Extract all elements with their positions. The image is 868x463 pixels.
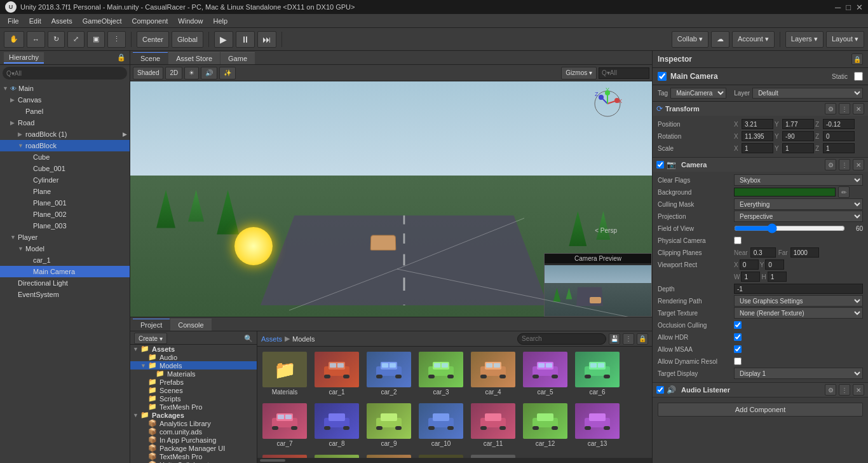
menu-help[interactable]: Help [208, 16, 233, 26]
ptree-pkgmgr[interactable]: 📦 Package Manager UI [130, 444, 257, 452]
asset-car9[interactable]: car_9 [364, 401, 414, 450]
hier-item-cylinder[interactable]: Cylinder [0, 174, 130, 186]
asset-car7[interactable]: car_7 [260, 401, 309, 450]
component-camera-header[interactable]: 📷 Camera ⚙ ⋮ ✕ [653, 158, 868, 172]
component-audiolistener-header[interactable]: 🔊 Audio Listener ⚙ ⋮ ✕ [653, 383, 868, 397]
targettexture-dropdown[interactable]: None (Render Texture) [734, 307, 863, 319]
tab-assetstore[interactable]: Asset Store [168, 52, 220, 64]
inspector-lock-btn[interactable]: 🔒 [851, 53, 863, 65]
asset-car6[interactable]: car_6 [573, 349, 622, 398]
hierarchy-search-input[interactable] [6, 70, 123, 77]
2d-btn[interactable]: 2D [165, 67, 182, 79]
tool-rect[interactable]: ▣ [87, 31, 105, 48]
position-y-input[interactable] [782, 119, 814, 129]
breadcrumb-assets[interactable]: Assets [261, 335, 282, 343]
renderingpath-dropdown[interactable]: Use Graphics Settings [734, 295, 863, 307]
center-btn[interactable]: Center [137, 31, 169, 48]
shading-dropdown[interactable]: Shaded [133, 67, 163, 79]
effects-btn[interactable]: ✨ [219, 67, 236, 79]
position-x-input[interactable] [742, 119, 773, 129]
ptree-textmesh[interactable]: 📁 TextMesh Pro [130, 403, 257, 411]
hier-item-dirlight[interactable]: Directional Light [0, 277, 130, 289]
collab-btn[interactable]: Collab ▾ [672, 31, 709, 48]
tag-dropdown[interactable]: MainCamera [670, 88, 726, 99]
assets-options-btn[interactable]: ⋮ [623, 333, 634, 345]
global-btn[interactable]: Global [172, 31, 203, 48]
assets-save-btn[interactable]: 💾 [609, 333, 620, 345]
cloud-btn[interactable]: ☁ [711, 31, 729, 48]
clearflags-dropdown[interactable]: Skybox [734, 174, 863, 186]
play-btn[interactable]: ▶ [214, 31, 233, 48]
background-picker-btn[interactable]: ✏ [838, 186, 850, 198]
far-input[interactable] [790, 247, 819, 258]
account-btn[interactable]: Account ▾ [732, 31, 775, 48]
menu-file[interactable]: File [3, 16, 24, 26]
ptree-inapp[interactable]: 📦 In App Purchasing [130, 436, 257, 444]
allowmsaa-checkbox[interactable] [734, 345, 742, 353]
hier-item-roadblock[interactable]: ▼ roadBlock [0, 140, 130, 151]
menu-gameobject[interactable]: GameObject [78, 16, 127, 26]
scale-y-input[interactable] [782, 143, 814, 153]
hierarchy-lock-icon[interactable]: 🔒 [117, 53, 126, 62]
vr-h-input[interactable] [768, 272, 787, 282]
hier-item-panel[interactable]: Panel [0, 106, 130, 117]
hier-item-cube[interactable]: Cube [0, 151, 130, 163]
audiolistener-enabled-checkbox[interactable] [656, 386, 664, 394]
menu-component[interactable]: Component [126, 16, 173, 26]
layout-btn[interactable]: Layout ▾ [826, 31, 864, 48]
asset-car8[interactable]: car_8 [312, 401, 362, 450]
camera-close-btn[interactable]: ✕ [853, 159, 864, 170]
hier-item-road[interactable]: ▶ Road [0, 117, 130, 128]
hier-item-model[interactable]: ▼ Model [0, 243, 130, 254]
tool-scale[interactable]: ⤢ [67, 31, 85, 48]
dynamicresol-checkbox[interactable] [734, 357, 742, 365]
hier-item-plane003[interactable]: Plane_003 [0, 220, 130, 232]
ptree-assets[interactable]: ▼ 📁 Assets [130, 345, 257, 353]
occlusionculling-checkbox[interactable] [734, 321, 742, 329]
near-input[interactable] [750, 247, 776, 258]
asset-materials[interactable]: 📁 Materials [260, 349, 309, 398]
transform-menu-btn[interactable]: ⋮ [839, 103, 850, 114]
pause-btn[interactable]: ⏸ [236, 31, 255, 48]
asset-car16[interactable]: car_16 [364, 452, 414, 458]
step-btn[interactable]: ⏭ [257, 31, 276, 48]
hierarchy-tab[interactable]: Hierarchy [4, 52, 44, 64]
ptree-unityads[interactable]: 📦 com.unity.ads [130, 427, 257, 436]
asset-roadblock[interactable]: roadBlock [468, 452, 518, 458]
ptree-materials[interactable]: 📁 Materials [130, 370, 257, 378]
position-z-input[interactable] [823, 119, 855, 129]
hier-item-plane001[interactable]: Plane_001 [0, 197, 130, 209]
asset-car15[interactable]: car_15 [312, 452, 362, 458]
tab-project[interactable]: Project [133, 319, 170, 331]
fov-slider[interactable] [734, 224, 845, 233]
assets-search-input[interactable] [517, 333, 606, 345]
ptree-analytics[interactable]: 📦 Analytics Library [130, 419, 257, 427]
asset-car12[interactable]: car_12 [520, 401, 570, 450]
ptree-packages[interactable]: ▼ 📁 Packages [130, 411, 257, 419]
asset-car14[interactable]: car_14 [260, 452, 309, 458]
layers-btn[interactable]: Layers ▾ [785, 31, 824, 48]
asset-car13[interactable]: car_13 [573, 401, 622, 450]
asset-car10[interactable]: car_10 [416, 401, 466, 450]
create-btn[interactable]: Create ▾ [134, 333, 167, 344]
scene-search-input[interactable] [599, 67, 649, 79]
tool-hand[interactable]: ✋ [4, 31, 24, 48]
vr-y-input[interactable] [765, 259, 784, 270]
menu-edit[interactable]: Edit [24, 16, 46, 26]
breadcrumb-models[interactable]: Models [292, 335, 315, 343]
gizmos-btn[interactable]: Gizmos ▾ [561, 67, 597, 79]
asset-car2[interactable]: car_2 [364, 349, 414, 398]
scale-z-input[interactable] [823, 143, 855, 153]
ptree-scripts[interactable]: 📁 Scripts [130, 394, 257, 403]
cullingmask-dropdown[interactable]: Everything [734, 198, 863, 210]
ptree-textmesh2[interactable]: 📦 TextMesh Pro [130, 452, 257, 460]
minimize-btn[interactable]: ─ [835, 3, 841, 12]
ptree-prefabs[interactable]: 📁 Prefabs [130, 378, 257, 386]
depth-input[interactable] [734, 284, 863, 294]
tool-transform[interactable]: ⋮ [107, 31, 126, 48]
scale-x-input[interactable] [742, 143, 773, 153]
hier-item-roadblock1[interactable]: ▶ roadBlock (1) ▶ [0, 128, 130, 140]
hier-item-eventsystem[interactable]: EventSystem [0, 289, 130, 300]
camera-settings-btn[interactable]: ⚙ [825, 159, 836, 170]
static-checkbox[interactable] [854, 72, 863, 81]
